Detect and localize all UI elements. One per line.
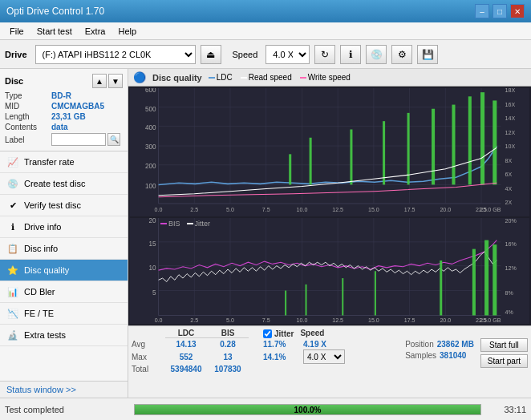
svg-text:15.0: 15.0 <box>368 207 379 213</box>
sidebar-item-label-transfer-rate: Transfer rate <box>24 157 75 167</box>
disc-icon-btn2[interactable]: ▼ <box>108 74 123 88</box>
sidebar-status-window[interactable]: Status window >> <box>0 381 128 398</box>
disc-label-search-button[interactable]: 🔍 <box>107 133 120 146</box>
svg-text:16%: 16% <box>505 240 517 248</box>
sidebar-item-disc-info[interactable]: 📋 Disc info <box>0 238 128 260</box>
progress-bar-container: 100.0% <box>134 404 481 415</box>
svg-text:500: 500 <box>145 106 156 113</box>
menu-start-test[interactable]: Start test <box>30 25 79 38</box>
svg-text:14X: 14X <box>505 115 516 122</box>
samples-label: Samples <box>405 351 436 360</box>
svg-text:20.0: 20.0 <box>440 317 451 324</box>
svg-text:17.5: 17.5 <box>404 317 415 324</box>
svg-text:6X: 6X <box>505 172 513 178</box>
svg-text:15.0: 15.0 <box>368 317 379 324</box>
svg-text:7.5: 7.5 <box>262 207 270 213</box>
start-full-button[interactable]: Start full <box>480 338 528 352</box>
svg-text:600: 600 <box>145 88 156 94</box>
mid-label: MID <box>5 102 51 111</box>
max-bis: 13 <box>207 353 249 361</box>
disc-label-input[interactable] <box>51 133 106 146</box>
svg-text:12X: 12X <box>505 130 516 136</box>
sidebar-item-label-verify-test-disc: Verify test disc <box>24 200 81 210</box>
info-button[interactable]: ℹ <box>340 45 361 64</box>
chart-title: Disc quality <box>152 73 202 83</box>
speed-select[interactable]: 4.0 X <box>266 45 310 64</box>
menu-extra[interactable]: Extra <box>79 25 112 38</box>
eject-button[interactable]: ⏏ <box>201 45 221 64</box>
svg-text:20: 20 <box>148 218 156 224</box>
disc-type-row: Type BD-R <box>5 91 123 100</box>
svg-text:8X: 8X <box>505 158 513 164</box>
settings-button[interactable]: ⚙ <box>391 45 412 64</box>
svg-text:0.0: 0.0 <box>155 207 163 213</box>
cd-bler-icon: 📊 <box>6 285 19 298</box>
speed-label: Speed <box>233 50 258 59</box>
speed-select-stats[interactable]: 4.0 X <box>303 349 345 364</box>
disc-icon-button[interactable]: 💿 <box>366 45 387 64</box>
svg-text:15: 15 <box>148 240 156 248</box>
sidebar-item-extra-tests[interactable]: 🔬 Extra tests <box>0 325 128 346</box>
refresh-button[interactable]: ↻ <box>314 45 335 64</box>
svg-text:300: 300 <box>145 143 156 151</box>
create-test-disc-icon: 💿 <box>6 177 19 190</box>
svg-rect-43 <box>289 154 291 184</box>
disc-icon-btn1[interactable]: ▲ <box>92 74 107 88</box>
read-speed-label: Read speed <box>249 73 292 82</box>
svg-text:18X: 18X <box>505 88 516 94</box>
disc-label-row: Label 🔍 <box>5 133 123 146</box>
close-button[interactable]: ✕ <box>510 4 525 18</box>
minimize-button[interactable]: – <box>475 4 489 18</box>
top-chart-svg: 600 500 400 300 200 100 18X 16X 14X 12X … <box>130 88 529 216</box>
sidebar-item-transfer-rate[interactable]: 📈 Transfer rate <box>0 151 128 173</box>
svg-text:5.0: 5.0 <box>226 207 234 213</box>
drive-label: Drive <box>5 50 27 59</box>
svg-text:12.5: 12.5 <box>332 317 343 324</box>
contents-label: Contents <box>5 123 51 131</box>
svg-text:10.0: 10.0 <box>297 207 308 213</box>
avg-ldc: 14.13 <box>165 340 207 349</box>
svg-rect-46 <box>383 121 385 184</box>
menu-bar: File Start test Extra Help <box>0 22 531 40</box>
jitter-checkbox[interactable] <box>263 329 272 338</box>
progress-text: 100.0% <box>294 405 322 414</box>
sidebar-item-label-fe-te: FE / TE <box>24 309 54 318</box>
svg-rect-53 <box>130 218 529 324</box>
svg-text:200: 200 <box>145 163 156 170</box>
status-window-label: Status window >> <box>6 385 76 394</box>
svg-rect-49 <box>452 105 455 185</box>
svg-text:400: 400 <box>145 124 156 131</box>
main-area: Disc ▲ ▼ Type BD-R MID CMCMAGBA5 Length … <box>0 69 531 398</box>
toolbar: Drive (F:) ATAPI iHBS112 2 CL0K ⏏ Speed … <box>0 40 531 69</box>
menu-file[interactable]: File <box>3 25 30 38</box>
sidebar-item-disc-quality[interactable]: ⭐ Disc quality <box>0 260 128 281</box>
svg-text:2X: 2X <box>505 200 513 206</box>
svg-rect-51 <box>480 92 484 184</box>
bottom-panel: LDC BIS Jitter Speed Avg 14.13 0.28 <box>128 325 531 398</box>
sidebar-item-label-disc-info: Disc info <box>24 244 58 253</box>
max-ldc: 552 <box>165 353 207 361</box>
svg-text:4X: 4X <box>505 186 513 192</box>
svg-text:10.0: 10.0 <box>297 317 308 324</box>
type-value: BD-R <box>51 91 71 100</box>
svg-text:16X: 16X <box>505 102 516 108</box>
contents-value: data <box>51 123 68 131</box>
maximize-button[interactable]: □ <box>492 4 507 18</box>
start-part-button[interactable]: Start part <box>480 354 528 368</box>
sidebar-item-fe-te[interactable]: 📉 FE / TE <box>0 303 128 325</box>
avg-bis: 0.28 <box>207 340 249 349</box>
status-text: Test completed <box>5 405 129 414</box>
sidebar-item-verify-test-disc[interactable]: ✔ Verify test disc <box>0 195 128 216</box>
sidebar-item-cd-bler[interactable]: 📊 CD Bler <box>0 281 128 303</box>
ldc-col-header: LDC <box>165 329 207 338</box>
svg-rect-89 <box>306 284 307 315</box>
menu-help[interactable]: Help <box>111 25 143 38</box>
svg-rect-45 <box>350 129 352 184</box>
svg-text:5.0: 5.0 <box>226 317 234 324</box>
read-speed-color <box>241 77 247 79</box>
sidebar-item-drive-info[interactable]: ℹ Drive info <box>0 216 128 238</box>
save-button[interactable]: 💾 <box>417 45 438 64</box>
drive-select[interactable]: (F:) ATAPI iHBS112 2 CL0K <box>35 45 196 64</box>
max-label: Max <box>132 353 165 361</box>
sidebar-item-create-test-disc[interactable]: 💿 Create test disc <box>0 173 128 195</box>
